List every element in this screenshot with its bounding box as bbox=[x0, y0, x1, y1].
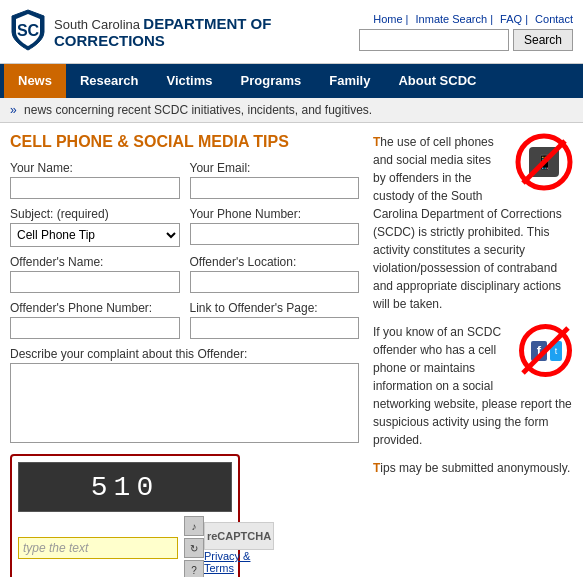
offender-link-input[interactable] bbox=[190, 317, 360, 339]
nav-item-family[interactable]: Family bbox=[315, 64, 384, 98]
offender-name-col: Offender's Name: bbox=[10, 255, 180, 293]
describe-row: Describe your complaint about this Offen… bbox=[10, 347, 359, 446]
your-phone-col: Your Phone Number: bbox=[190, 207, 360, 247]
inmate-search-link[interactable]: Inmate Search bbox=[416, 13, 488, 25]
info-section: 📱 The use of cell phones and social medi… bbox=[373, 133, 573, 577]
captcha-text: 510 bbox=[91, 472, 159, 503]
offender-name-input[interactable] bbox=[10, 271, 180, 293]
search-button[interactable]: Search bbox=[513, 29, 573, 51]
contact-link[interactable]: Contact bbox=[535, 13, 573, 25]
your-email-col: Your Email: bbox=[190, 161, 360, 199]
your-email-label: Your Email: bbox=[190, 161, 360, 175]
describe-textarea[interactable] bbox=[10, 363, 359, 443]
form-section: CELL PHONE & SOCIAL MEDIA TIPS Your Name… bbox=[10, 133, 359, 577]
info-paragraph3: Tips may be submitted anonymously. bbox=[373, 459, 573, 477]
offender-name-label: Offender's Name: bbox=[10, 255, 180, 269]
your-phone-label: Your Phone Number: bbox=[190, 207, 360, 221]
captcha-audio-btn[interactable]: ♪ bbox=[184, 516, 204, 536]
nav-item-about[interactable]: About SCDC bbox=[384, 64, 490, 98]
captcha-refresh-btn[interactable]: ↻ bbox=[184, 538, 204, 558]
offender-location-input[interactable] bbox=[190, 271, 360, 293]
captcha-input-row: ♪ ↻ ? bbox=[18, 516, 204, 577]
your-name-col: Your Name: bbox=[10, 161, 180, 199]
main-content: CELL PHONE & SOCIAL MEDIA TIPS Your Name… bbox=[0, 123, 583, 577]
offender-location-col: Offender's Location: bbox=[190, 255, 360, 293]
captcha-input[interactable] bbox=[18, 537, 178, 559]
nav-item-programs[interactable]: Programs bbox=[227, 64, 316, 98]
offender-phone-label: Offender's Phone Number: bbox=[10, 301, 180, 315]
captcha-icons: ♪ ↻ ? bbox=[184, 516, 204, 577]
captcha-brand: reCAPTCHA bbox=[204, 522, 274, 550]
faq-link[interactable]: FAQ bbox=[500, 13, 522, 25]
subheader: news concerning recent SCDC initiatives,… bbox=[0, 98, 583, 123]
top-links: Home | Inmate Search | FAQ | Contact bbox=[369, 13, 573, 25]
logo-shield: SC bbox=[10, 8, 46, 55]
captcha-privacy-link[interactable]: Privacy & Terms bbox=[204, 550, 274, 574]
your-phone-input[interactable] bbox=[190, 223, 360, 245]
nav-item-victims[interactable]: Victims bbox=[153, 64, 227, 98]
your-email-input[interactable] bbox=[190, 177, 360, 199]
home-link[interactable]: Home bbox=[373, 13, 402, 25]
no-phone-block: 📱 The use of cell phones and social medi… bbox=[373, 133, 573, 313]
nav-item-news[interactable]: News bbox=[4, 64, 66, 98]
header-right: Home | Inmate Search | FAQ | Contact Sea… bbox=[359, 13, 573, 51]
no-phone-sign: 📱 bbox=[515, 133, 573, 196]
page-title: CELL PHONE & SOCIAL MEDIA TIPS bbox=[10, 133, 359, 151]
describe-label: Describe your complaint about this Offen… bbox=[10, 347, 359, 361]
captcha-image: 510 bbox=[18, 462, 232, 512]
your-name-label: Your Name: bbox=[10, 161, 180, 175]
offender-link-col: Link to Offender's Page: bbox=[190, 301, 360, 339]
your-name-input[interactable] bbox=[10, 177, 180, 199]
offender-name-location-row: Offender's Name: Offender's Location: bbox=[10, 255, 359, 293]
org-name: South Carolina DEPARTMENT OF CORRECTIONS bbox=[54, 15, 359, 49]
offender-phone-input[interactable] bbox=[10, 317, 180, 339]
offender-link-label: Link to Offender's Page: bbox=[190, 301, 360, 315]
search-row: Search bbox=[359, 29, 573, 51]
subheader-text: news concerning recent SCDC initiatives,… bbox=[24, 103, 372, 117]
subject-phone-row: Subject: (required) Cell Phone Tip Your … bbox=[10, 207, 359, 247]
no-social-block: f t If you know of an SCDC offender who … bbox=[373, 323, 573, 449]
svg-text:SC: SC bbox=[17, 22, 40, 39]
search-input[interactable] bbox=[359, 29, 509, 51]
offender-location-label: Offender's Location: bbox=[190, 255, 360, 269]
subject-label: Subject: (required) bbox=[10, 207, 180, 221]
org-line1: South Carolina bbox=[54, 17, 140, 32]
name-email-row: Your Name: Your Email: bbox=[10, 161, 359, 199]
nav-item-research[interactable]: Research bbox=[66, 64, 153, 98]
subject-col: Subject: (required) Cell Phone Tip bbox=[10, 207, 180, 247]
captcha-privacy-row: ♪ ↻ ? reCAPTCHA Privacy & Terms bbox=[18, 516, 232, 577]
offender-phone-col: Offender's Phone Number: bbox=[10, 301, 180, 339]
captcha-box: 510 ♪ ↻ ? reCAPTCHA Privacy & Terms bbox=[10, 454, 240, 577]
navbar: News Research Victims Programs Family Ab… bbox=[0, 64, 583, 98]
captcha-help-btn[interactable]: ? bbox=[184, 560, 204, 577]
info-paragraph3-block: Tips may be submitted anonymously. bbox=[373, 459, 573, 477]
header: SC South Carolina DEPARTMENT OF CORRECTI… bbox=[0, 0, 583, 64]
subject-select[interactable]: Cell Phone Tip bbox=[10, 223, 180, 247]
no-social-sign: f t bbox=[518, 323, 573, 383]
offender-phone-link-row: Offender's Phone Number: Link to Offende… bbox=[10, 301, 359, 339]
